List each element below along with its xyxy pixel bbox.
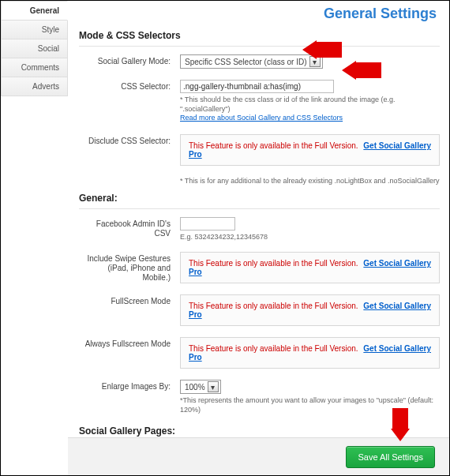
css-hint: * This should be the css class or id of … [180, 96, 440, 123]
chevron-down-icon: ▾ [309, 56, 321, 67]
sidebar-item-adverts[interactable]: Adverts [1, 77, 68, 96]
divider [79, 46, 440, 47]
sidebar-item-general[interactable]: General [1, 1, 68, 21]
enlarge-hint: *This represents the amount you want to … [180, 396, 440, 414]
save-button[interactable]: Save All Settings [346, 446, 435, 468]
page-title: General Settings [79, 1, 440, 27]
label-fb-admin: Facebook Admin ID's CSV [79, 217, 180, 238]
label-enlarge: Enlarge Images By: [79, 380, 180, 392]
section-title-mode: Mode & CSS Selectors [79, 30, 440, 41]
sidebar-item-style[interactable]: Style [1, 21, 68, 39]
label-swipe: Include Swipe Gestures (iPad, iPhone and… [79, 252, 180, 283]
label-fullscreen: FullScreen Mode [79, 294, 180, 306]
mode-select-value: Specific CSS Selector (class or ID) [182, 58, 309, 66]
enlarge-value: 100% [182, 383, 208, 392]
main-panel: General Settings Mode & CSS Selectors So… [68, 1, 449, 475]
fb-example: E.g. 5324234232,12345678 [180, 233, 440, 241]
sidebar-item-social[interactable]: Social [1, 39, 68, 58]
pro-box-disclude: This Feature is only available in the Fu… [180, 134, 440, 166]
fb-admin-input[interactable] [180, 217, 235, 231]
label-always-fs: Always Fullscreen Mode [79, 337, 180, 349]
pro-box-always-fs: This Feature is only available in the Fu… [180, 337, 440, 369]
label-disclude: Disclude CSS Selector: [79, 134, 180, 146]
enlarge-select[interactable]: 100% ▾ [180, 380, 221, 394]
section-title-pages: Social Gallery Pages: [79, 425, 440, 437]
section-title-general: General: [79, 193, 440, 204]
footer-bar: Save All Settings [68, 437, 449, 475]
pro-box-fullscreen: This Feature is only available in the Fu… [180, 294, 440, 326]
label-css-selector: CSS Selector: [79, 80, 180, 92]
settings-sidebar: General Style Social Comments Adverts [1, 1, 68, 475]
css-selector-input[interactable] [180, 80, 334, 93]
divider [79, 208, 440, 209]
pro-box-swipe: This Feature is only available in the Fu… [180, 252, 440, 283]
chevron-down-icon: ▾ [208, 381, 219, 392]
css-hint-link[interactable]: Read more about Social Gallery and CSS S… [180, 114, 343, 122]
sidebar-item-comments[interactable]: Comments [1, 58, 68, 77]
mode-select[interactable]: Specific CSS Selector (class or ID) ▾ [180, 54, 323, 69]
disclude-note: * This is for any additional to the alre… [180, 177, 440, 185]
label-mode: Social Gallery Mode: [79, 54, 180, 66]
